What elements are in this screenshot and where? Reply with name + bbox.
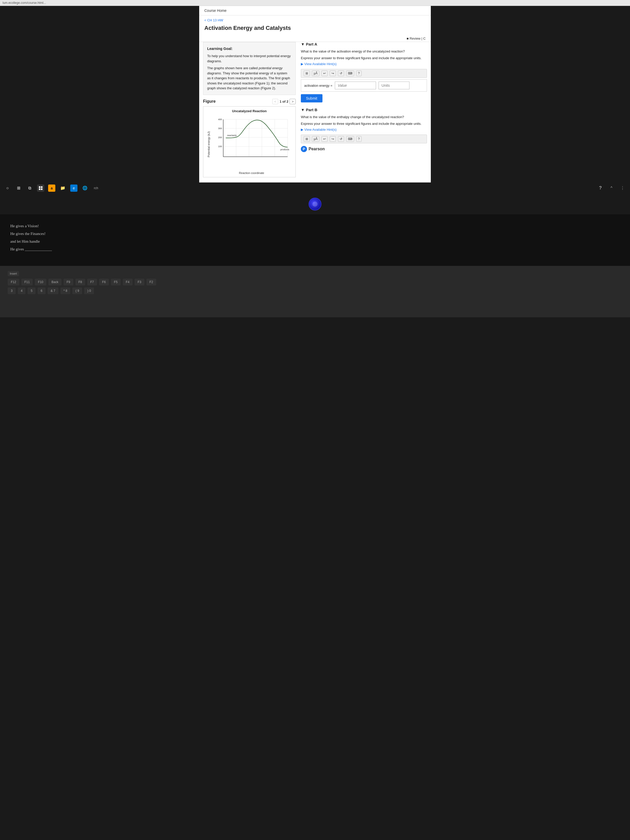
right-panel: ▼ Part A What is the value of the activa… bbox=[301, 42, 427, 177]
part-a-submit-button[interactable]: Submit bbox=[301, 94, 322, 103]
toolbar-help-icon[interactable]: ? bbox=[356, 71, 362, 76]
svg-rect-18 bbox=[39, 186, 40, 188]
system-tray-help[interactable]: ? bbox=[597, 185, 604, 192]
review-link[interactable]: ■ Review | C bbox=[407, 36, 426, 40]
svg-text:300: 300 bbox=[218, 127, 222, 130]
key-4[interactable]: 4 bbox=[18, 287, 26, 294]
taskview-icon[interactable]: ⧉ bbox=[26, 185, 33, 192]
part-a-header[interactable]: ▼ Part A bbox=[301, 42, 427, 46]
windows-button[interactable]: ○ bbox=[4, 185, 11, 192]
key-asterisk-8[interactable]: * 8 bbox=[60, 287, 71, 294]
figure-nav: < 1 of 2 > bbox=[272, 99, 296, 104]
x-axis-label: Reaction coordinate bbox=[210, 171, 293, 174]
graph-svg: 400 300 200 100 bbox=[210, 114, 293, 171]
circle-center-button[interactable] bbox=[309, 197, 321, 210]
part-b-header[interactable]: ▼ Part B bbox=[301, 107, 427, 112]
search-icon[interactable]: ⊞ bbox=[15, 185, 22, 192]
svg-rect-20 bbox=[39, 188, 40, 190]
part-a-hint-link[interactable]: ▶ View Available Hint(s) bbox=[301, 62, 427, 66]
learning-goal-box: Learning Goal: To help you understand ho… bbox=[203, 42, 296, 95]
toolbar-b-refresh-icon[interactable]: ↺ bbox=[338, 136, 344, 142]
svg-text:products: products bbox=[281, 148, 289, 151]
svg-text:400: 400 bbox=[218, 118, 222, 121]
part-b-question2: Express your answer to three significant… bbox=[301, 121, 427, 126]
file-explorer-icon[interactable]: 📁 bbox=[59, 185, 66, 192]
browser-url-bar: lum.ecollege.com/course.html... bbox=[0, 0, 630, 6]
figure-next-button[interactable]: > bbox=[289, 99, 296, 104]
key-f11[interactable]: F11 bbox=[21, 279, 33, 286]
key-f6[interactable]: F6 bbox=[99, 279, 109, 286]
learning-goal-text-2: The graphs shown here are called potenti… bbox=[207, 66, 292, 91]
key-f12[interactable]: F12 bbox=[8, 279, 19, 286]
part-b-toolbar: ⊞ μÅ ↩ ↪ ↺ ⌨ ? bbox=[301, 134, 427, 143]
pearson-p-icon: P bbox=[301, 146, 307, 152]
figure-section: Figure < 1 of 2 > Uncatalyzed Reaction P… bbox=[203, 99, 296, 177]
graph-container: Uncatalyzed Reaction Potential energy (k… bbox=[203, 106, 296, 177]
key-3[interactable]: 3 bbox=[8, 287, 16, 294]
part-a-label: Part A bbox=[306, 42, 317, 46]
toolbar-refresh-icon[interactable]: ↺ bbox=[338, 71, 344, 76]
part-b-question1: What is the value of the enthalpy change… bbox=[301, 115, 427, 120]
pearson-logo: P Pearson bbox=[301, 146, 427, 152]
figure-label: Figure bbox=[203, 99, 216, 104]
bottom-dark-area: He gives a Vision! He gives the Finances… bbox=[0, 215, 630, 266]
key-f3[interactable]: F3 bbox=[134, 279, 144, 286]
toolbar-b-redo-icon[interactable]: ↪ bbox=[330, 136, 336, 142]
system-tray-menu[interactable]: ⋮ bbox=[619, 185, 626, 192]
part-b-arrow: ▼ bbox=[301, 107, 305, 112]
grid-icon[interactable] bbox=[37, 185, 44, 192]
page-content: Course Home < CH 13 HW Activation Energy… bbox=[199, 6, 431, 182]
toolbar-b-help-icon[interactable]: ? bbox=[356, 136, 362, 142]
key-6[interactable]: 6 bbox=[38, 287, 46, 294]
browser2-icon[interactable]: 🌐 bbox=[81, 185, 88, 192]
part-b-section: ▼ Part B What is the value of the enthal… bbox=[301, 107, 427, 152]
learning-goal-text-1: To help you understand how to interpret … bbox=[207, 54, 292, 63]
key-insert[interactable]: Insert bbox=[8, 271, 19, 276]
key-paren-0[interactable]: ) 0 bbox=[84, 287, 94, 294]
key-ampersand-7[interactable]: & 7 bbox=[47, 287, 58, 294]
url-text: lum.ecollege.com/course.html... bbox=[3, 1, 46, 5]
note-line-1: He gives a Vision! bbox=[10, 222, 620, 230]
key-paren-9[interactable]: ( 9 bbox=[72, 287, 82, 294]
figure-prev-button[interactable]: < bbox=[272, 99, 278, 104]
toolbar-undo-icon[interactable]: ↩ bbox=[321, 71, 328, 76]
toolbar-keyboard-icon[interactable]: ⌨ bbox=[346, 71, 354, 76]
center-area bbox=[0, 194, 630, 215]
graph-title: Uncatalyzed Reaction bbox=[206, 109, 293, 113]
key-back[interactable]: Back bbox=[48, 279, 62, 286]
toolbar-b-mu-icon[interactable]: μÅ bbox=[312, 136, 319, 142]
key-f10[interactable]: F10 bbox=[35, 279, 46, 286]
graph-area: 400 300 200 100 bbox=[210, 114, 293, 174]
system-tray-up[interactable]: ^ bbox=[608, 185, 615, 192]
amazon-icon[interactable]: a bbox=[48, 185, 55, 192]
key-f5[interactable]: F5 bbox=[111, 279, 121, 286]
part-a-toolbar: ⊞ μÅ ↩ ↪ ↺ ⌨ ? bbox=[301, 69, 427, 78]
key-f7[interactable]: F7 bbox=[87, 279, 97, 286]
part-a-value-input[interactable] bbox=[335, 82, 376, 89]
edge-browser-icon[interactable]: e bbox=[70, 185, 77, 192]
toolbar-b-undo-icon[interactable]: ↩ bbox=[321, 136, 328, 142]
pearson-label: Pearson bbox=[309, 147, 325, 151]
key-f9[interactable]: F9 bbox=[63, 279, 73, 286]
key-f8[interactable]: F8 bbox=[76, 279, 85, 286]
breadcrumb-section: < CH 13 HW bbox=[199, 16, 431, 24]
part-a-arrow: ▼ bbox=[301, 42, 305, 46]
key-f4[interactable]: F4 bbox=[123, 279, 133, 286]
key-5[interactable]: 5 bbox=[28, 287, 36, 294]
part-a-answer-label: activation energy = bbox=[304, 84, 332, 87]
top-nav: Course Home bbox=[199, 6, 431, 16]
toolbar-grid-icon[interactable]: ⊞ bbox=[304, 71, 310, 76]
svg-rect-19 bbox=[41, 186, 43, 188]
review-bar: ■ Review | C bbox=[199, 35, 431, 42]
ch13-breadcrumb[interactable]: < CH 13 HW bbox=[204, 18, 223, 22]
toolbar-redo-icon[interactable]: ↪ bbox=[330, 71, 336, 76]
toolbar-b-keyboard-icon[interactable]: ⌨ bbox=[346, 136, 354, 142]
part-b-label: Part B bbox=[306, 107, 317, 112]
part-b-hint-link[interactable]: ▶ View Available Hint(s) bbox=[301, 128, 427, 131]
key-f2[interactable]: F2 bbox=[147, 279, 156, 286]
part-a-units-input[interactable] bbox=[379, 82, 409, 89]
course-home-link[interactable]: Course Home bbox=[204, 8, 226, 13]
toolbar-b-grid-icon[interactable]: ⊞ bbox=[304, 136, 310, 142]
toolbar-mu-icon[interactable]: μÅ bbox=[312, 71, 319, 76]
svg-text:100: 100 bbox=[218, 145, 222, 148]
